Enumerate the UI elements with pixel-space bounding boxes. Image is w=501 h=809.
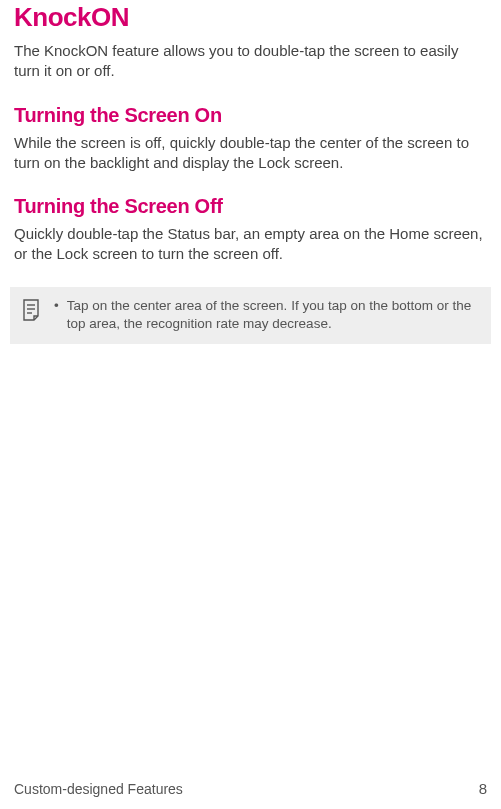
note-text: Tap on the center area of the screen. If… [67,297,479,335]
section-heading-off: Turning the Screen Off [14,195,487,218]
section-body-on: While the screen is off, quickly double-… [14,133,487,174]
page-footer: Custom-designed Features 8 [14,780,487,797]
page-title: KnockON [14,2,487,33]
footer-page-number: 8 [479,780,487,797]
note-icon [20,298,42,324]
note-box: • Tap on the center area of the screen. … [10,287,491,345]
footer-section-name: Custom-designed Features [14,781,183,797]
section-heading-on: Turning the Screen On [14,104,487,127]
note-content: • Tap on the center area of the screen. … [54,297,479,335]
section-body-off: Quickly double-tap the Status bar, an em… [14,224,487,265]
intro-paragraph: The KnockON feature allows you to double… [14,41,487,82]
note-bullet: • [54,297,59,316]
